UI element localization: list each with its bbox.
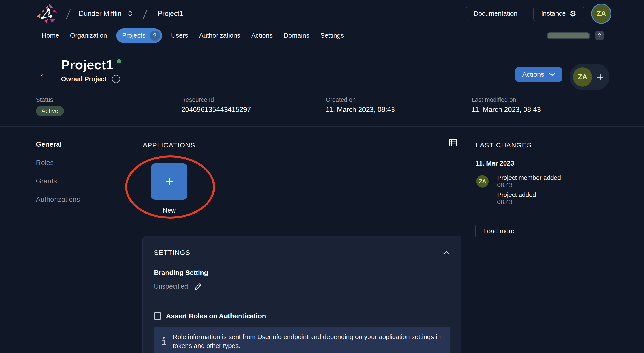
branding-setting-value: Unspecified: [154, 283, 188, 290]
info-icon[interactable]: i: [112, 75, 120, 83]
divider: [154, 303, 450, 303]
chevron-down-icon: [549, 73, 555, 76]
change-avatar: ZA: [476, 175, 489, 188]
change-event-label: Project added: [497, 191, 536, 198]
gear-icon: ⚙: [570, 10, 576, 17]
load-more-button[interactable]: Load more: [476, 224, 522, 238]
breadcrumb-separator: [66, 8, 71, 19]
info-i-icon: [162, 337, 166, 346]
add-member-button[interactable]: +: [597, 71, 604, 83]
assert-roles-checkbox[interactable]: [154, 313, 161, 320]
sidebar-item-general[interactable]: General: [36, 140, 62, 148]
page-title: Project1: [61, 57, 113, 72]
active-state-dot: [117, 59, 121, 63]
instance-button[interactable]: Instance ⚙: [534, 6, 584, 21]
project-members-pill: ZA +: [570, 64, 610, 90]
help-button[interactable]: ?: [595, 31, 604, 40]
table-view-icon[interactable]: [448, 138, 458, 149]
tab-home[interactable]: Home: [42, 32, 59, 39]
resource-id-label: Resource Id: [181, 96, 251, 103]
sidebar-item-authorizations[interactable]: Authorizations: [36, 196, 80, 204]
last-changes-heading: LAST CHANGES: [476, 141, 532, 149]
divider: [476, 247, 610, 247]
topbar: Dunder Mifflin Project1 Documentation In…: [0, 0, 644, 27]
tab-users[interactable]: Users: [171, 32, 188, 39]
meta-created: Created on 11. March 2023, 08:43: [326, 96, 395, 114]
meta-resource-id: Resource Id 204696135443415297: [181, 96, 251, 114]
branding-setting-label: Branding Setting: [154, 269, 450, 277]
instance-button-label: Instance: [541, 10, 566, 17]
new-application-card[interactable]: +: [151, 163, 187, 200]
org-switcher-unfold-icon[interactable]: [128, 10, 133, 17]
projects-count-badge: 2: [150, 30, 160, 41]
content-area: General Roles Grants Authorizations APPL…: [0, 126, 644, 353]
created-on-label: Created on: [326, 96, 395, 103]
change-event-time: 08:43: [497, 199, 512, 206]
assert-roles-label: Assert Roles on Authentication: [166, 312, 266, 320]
plus-icon: +: [165, 173, 173, 190]
tab-projects[interactable]: Projects 2: [116, 28, 162, 43]
tab-authorizations[interactable]: Authorizations: [199, 32, 240, 39]
tab-settings[interactable]: Settings: [320, 32, 344, 39]
breadcrumb-org[interactable]: Dunder Mifflin: [79, 10, 122, 18]
applications-heading: APPLICATIONS: [143, 141, 195, 149]
actions-button[interactable]: Actions: [516, 67, 562, 82]
changes-date: 11. Mar 2023: [476, 160, 514, 167]
tab-organization[interactable]: Organization: [70, 32, 107, 39]
main-nav: Home Organization Projects 2 Users Autho…: [0, 27, 644, 44]
status-label: Status: [36, 96, 64, 103]
tab-domains[interactable]: Domains: [284, 32, 309, 39]
settings-card: SETTINGS Branding Setting Unspecified A: [142, 236, 461, 353]
new-application-label: New: [142, 207, 196, 214]
member-avatar[interactable]: ZA: [573, 67, 592, 87]
breadcrumb-separator: [143, 8, 148, 19]
user-avatar[interactable]: ZA: [592, 4, 610, 23]
sidebar-item-grants[interactable]: Grants: [36, 177, 57, 185]
meta-modified: Last modified on 11. March 2023, 08:43: [472, 96, 541, 114]
sidebar-item-roles[interactable]: Roles: [36, 159, 54, 167]
resource-id-value: 204696135443415297: [181, 106, 251, 114]
project-type-label: Owned Project: [61, 75, 106, 83]
zitadel-logo-icon[interactable]: [34, 2, 60, 25]
documentation-button-label: Documentation: [474, 10, 518, 17]
modified-on-label: Last modified on: [472, 96, 541, 103]
meta-status: Status Active: [36, 96, 64, 116]
title-block: Project1 Owned Project i: [61, 57, 121, 83]
edit-pencil-icon[interactable]: [194, 282, 202, 291]
status-badge: Active: [36, 106, 64, 116]
actions-button-label: Actions: [522, 71, 544, 78]
settings-heading: SETTINGS: [154, 249, 190, 256]
breadcrumb-project[interactable]: Project1: [158, 10, 183, 18]
quota-bar: [546, 32, 590, 39]
change-event-time: 08:43: [497, 182, 512, 189]
info-text: Role information is sent from Userinfo e…: [173, 332, 442, 350]
project-detail-page: Dunder Mifflin Project1 Documentation In…: [0, 0, 644, 353]
tab-projects-label: Projects: [122, 32, 146, 39]
info-box: Role information is sent from Userinfo e…: [154, 327, 450, 353]
modified-on-value: 11. March 2023, 08:43: [472, 106, 541, 114]
documentation-button[interactable]: Documentation: [466, 6, 525, 21]
back-arrow-icon[interactable]: ←: [38, 68, 49, 80]
chevron-up-icon[interactable]: [443, 251, 450, 255]
tab-actions[interactable]: Actions: [251, 32, 273, 39]
created-on-value: 11. March 2023, 08:43: [326, 106, 395, 114]
change-event-label: Project member added: [497, 174, 561, 181]
topbar-actions: Documentation Instance ⚙ ZA: [466, 4, 610, 23]
project-header: ← Project1 Owned Project i Actions ZA + …: [0, 44, 644, 127]
